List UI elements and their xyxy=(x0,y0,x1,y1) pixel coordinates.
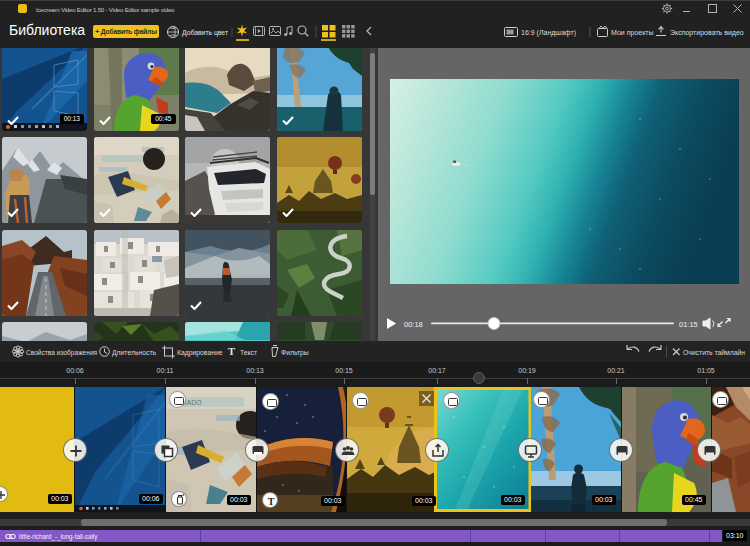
svg-text:Мои проекты: Мои проекты xyxy=(611,29,654,37)
svg-text:Очистить таймлайн: Очистить таймлайн xyxy=(683,349,745,356)
svg-text:01:15: 01:15 xyxy=(679,320,698,329)
svg-text:Свойства изображения: Свойства изображения xyxy=(26,349,98,357)
svg-text:T: T xyxy=(228,346,235,357)
svg-text:T: T xyxy=(267,496,274,507)
svg-text:Длительность: Длительность xyxy=(112,349,157,357)
svg-text:Экспортировать видео: Экспортировать видео xyxy=(670,29,744,37)
svg-text:Фильтры: Фильтры xyxy=(281,349,309,357)
svg-text:Текст: Текст xyxy=(240,349,257,356)
svg-text:00:18: 00:18 xyxy=(404,320,423,329)
svg-text:Добавить цвет: Добавить цвет xyxy=(182,29,228,37)
svg-text:Кадрирование: Кадрирование xyxy=(177,349,223,357)
svg-text:16:9 (Ландшафт): 16:9 (Ландшафт) xyxy=(521,29,576,37)
